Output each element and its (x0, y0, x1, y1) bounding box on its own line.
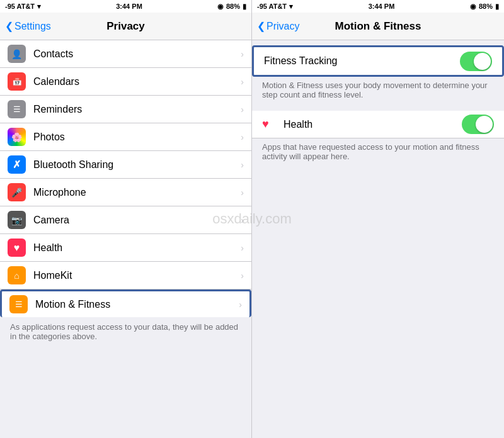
calendars-chevron: › (241, 77, 244, 87)
fitness-tracking-description: Motion & Fitness uses your body movement… (252, 77, 504, 106)
health-chevron: › (241, 243, 244, 253)
bluetooth-icon: ✗ (8, 155, 26, 174)
reminders-chevron: › (241, 104, 244, 115)
photos-chevron: › (241, 132, 244, 142)
motion-chevron: › (239, 300, 242, 310)
right-wifi-icon: ▾ (289, 3, 293, 11)
health-toggle[interactable] (462, 115, 494, 134)
fitness-tracking-desc-text: Motion & Fitness uses your body movement… (262, 81, 488, 99)
privacy-list: 👤 Contacts › 📅 Calendars › ☰ Re (0, 40, 251, 438)
left-back-button[interactable]: ❮ Settings (5, 20, 51, 32)
right-right-status: ◉ 88% ▮ (470, 3, 499, 11)
right-back-button[interactable]: ❮ Privacy (257, 20, 299, 32)
photos-icon: 🌸 (8, 128, 26, 146)
right-content: Fitness Tracking Motion & Fitness uses y… (252, 40, 504, 438)
battery-icon-left: ▮ (243, 3, 246, 11)
health-section: ♥ Health (252, 111, 504, 138)
health-description: Apps that have requested access to your … (252, 138, 504, 167)
calendars-icon: 📅 (8, 72, 26, 91)
microphone-chevron: › (241, 188, 244, 198)
right-carrier-text: -95 AT&T (257, 3, 287, 10)
reminders-label: Reminders (33, 104, 241, 115)
right-battery-pct: 88% (479, 3, 493, 10)
left-nav-bar: ❮ Settings Privacy (0, 13, 251, 40)
health-row: ♥ Health (252, 111, 504, 138)
privacy-footer: As applications request access to your d… (0, 317, 251, 346)
list-item-microphone[interactable]: 🎤 Microphone › (0, 179, 251, 206)
app-wrapper: -95 AT&T ▾ 3:44 PM ◉ 88% ▮ ❮ Settings Pr… (0, 0, 504, 438)
list-item-camera[interactable]: 📷 Camera › (0, 206, 251, 234)
left-status-bar: -95 AT&T ▾ 3:44 PM ◉ 88% ▮ (0, 0, 251, 13)
fitness-tracking-section: Fitness Tracking (252, 45, 504, 77)
list-item-health[interactable]: ♥ Health › (0, 234, 251, 262)
homekit-label: HomeKit (33, 270, 241, 281)
left-panel: -95 AT&T ▾ 3:44 PM ◉ 88% ▮ ❮ Settings Pr… (0, 0, 252, 438)
privacy-list-section: 👤 Contacts › 📅 Calendars › ☰ Re (0, 40, 251, 317)
fitness-tracking-label: Fitness Tracking (264, 55, 460, 67)
right-carrier: -95 AT&T ▾ (257, 3, 293, 11)
camera-icon: 📷 (8, 211, 26, 229)
right-back-label: Privacy (266, 21, 299, 32)
fitness-tracking-toggle-thumb (474, 53, 491, 70)
camera-label: Camera (33, 215, 241, 226)
health-heart-icon: ♥ (262, 118, 276, 132)
right-nav-bar: ❮ Privacy Motion & Fitness (252, 13, 504, 40)
right-battery-icon: ▮ (495, 3, 499, 11)
contacts-chevron: › (241, 49, 244, 59)
microphone-icon: 🎤 (8, 183, 26, 201)
left-nav-title: Privacy (106, 20, 145, 33)
fitness-tracking-toggle[interactable] (460, 52, 492, 71)
list-item-calendars[interactable]: 📅 Calendars › (0, 68, 251, 96)
fitness-tracking-row: Fitness Tracking (254, 47, 502, 75)
homekit-icon: ⌂ (8, 266, 26, 284)
wifi-icon: ▾ (37, 3, 41, 11)
camera-chevron: › (241, 215, 244, 225)
list-item-motion-fitness[interactable]: ☰ Motion & Fitness › (0, 289, 251, 317)
left-right-status: ◉ 88% ▮ (217, 3, 246, 11)
right-panel: -95 AT&T ▾ 3:44 PM ◉ 88% ▮ ❮ Privacy Mot… (252, 0, 504, 438)
microphone-label: Microphone (33, 187, 241, 198)
left-carrier: -95 AT&T ▾ (5, 3, 41, 11)
battery-pct-left: 88% (226, 3, 240, 10)
health-label: Health (33, 242, 241, 254)
left-back-chevron: ❮ (5, 20, 13, 32)
list-item-reminders[interactable]: ☰ Reminders › (0, 96, 251, 123)
list-item-contacts[interactable]: 👤 Contacts › (0, 40, 251, 68)
motion-label: Motion & Fitness (35, 299, 239, 310)
list-item-photos[interactable]: 🌸 Photos › (0, 123, 251, 151)
gps-icon: ◉ (217, 3, 224, 11)
contacts-label: Contacts (33, 48, 241, 60)
left-back-label: Settings (14, 21, 51, 32)
motion-icon: ☰ (9, 295, 28, 313)
right-back-chevron: ❮ (257, 20, 265, 32)
list-item-homekit[interactable]: ⌂ HomeKit › (0, 262, 251, 289)
health-label: Health (284, 119, 462, 130)
health-toggle-thumb (476, 116, 493, 133)
footer-text: As applications request access to your d… (10, 322, 238, 341)
health-desc-text: Apps that have requested access to your … (262, 142, 479, 161)
right-status-bar: -95 AT&T ▾ 3:44 PM ◉ 88% ▮ (252, 0, 504, 13)
health-icon: ♥ (8, 239, 26, 257)
photos-label: Photos (33, 132, 241, 143)
reminders-icon: ☰ (8, 100, 26, 118)
bluetooth-label: Bluetooth Sharing (33, 159, 241, 171)
list-item-bluetooth[interactable]: ✗ Bluetooth Sharing › (0, 151, 251, 179)
left-time: 3:44 PM (116, 3, 142, 10)
contacts-icon: 👤 (8, 45, 26, 63)
carrier-text: -95 AT&T (5, 3, 35, 10)
bluetooth-chevron: › (241, 160, 244, 170)
calendars-label: Calendars (33, 76, 241, 87)
homekit-chevron: › (241, 271, 244, 281)
right-gps-icon: ◉ (470, 3, 476, 11)
right-time: 3:44 PM (369, 3, 395, 10)
